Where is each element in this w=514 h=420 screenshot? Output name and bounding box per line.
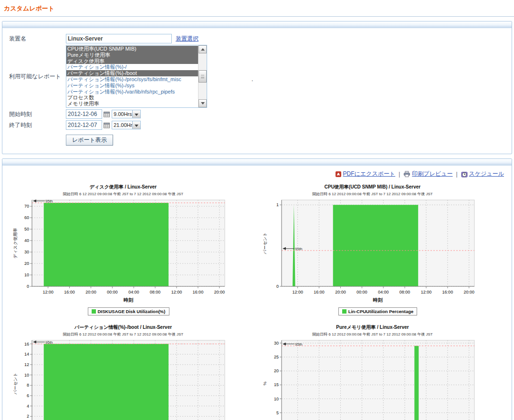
panel-header-strip xyxy=(2,21,512,28)
report-list-item[interactable]: メモリ使用率 xyxy=(66,101,198,107)
toolbar-separator: | xyxy=(456,171,457,178)
svg-text:2: 2 xyxy=(27,414,29,419)
legend-swatch-icon xyxy=(92,309,96,314)
toolbar-separator: | xyxy=(399,171,400,178)
svg-text:1: 1 xyxy=(276,202,278,207)
printer-icon xyxy=(403,171,410,177)
button-row: レポート表示 xyxy=(9,131,512,146)
svg-text:12:00: 12:00 xyxy=(171,290,182,294)
start-calendar-button[interactable] xyxy=(104,111,110,117)
svg-text:12: 12 xyxy=(24,362,29,367)
svg-text:0: 0 xyxy=(276,284,278,289)
report-list-item[interactable]: パーティション情報(%)-/var/lib/nfs/rpc_pipefs xyxy=(66,89,198,95)
svg-text:4: 4 xyxy=(27,404,29,409)
report-listbox[interactable]: CPU使用率(UCD SNMP MIB)Pureメモリ使用率ディスク使用率パーテ… xyxy=(66,45,207,108)
svg-text:30: 30 xyxy=(24,250,29,254)
svg-text:5: 5 xyxy=(276,410,278,415)
schedule-clock-icon xyxy=(461,171,468,178)
report-form-panel: 装置名 装置選択 利用可能なレポート CPU使用率(UCD SNMP MIB)P… xyxy=(2,21,512,154)
svg-text:%: % xyxy=(262,381,267,385)
page-title: カスタムレポート xyxy=(4,5,54,12)
svg-text:04:00: 04:00 xyxy=(128,290,139,294)
schedule-link[interactable]: スケジュール xyxy=(461,170,504,178)
report-list-item[interactable]: プロセス数 xyxy=(66,94,198,101)
legend-swatch-icon xyxy=(342,309,346,314)
svg-text:12:00: 12:00 xyxy=(292,290,303,294)
device-name-input[interactable] xyxy=(66,34,172,43)
start-date-input[interactable] xyxy=(66,109,102,119)
page-header: カスタムレポート xyxy=(0,0,514,17)
svg-text:20:00: 20:00 xyxy=(463,290,474,294)
svg-text:16: 16 xyxy=(24,342,29,346)
chart-subtitle: 開始日時 6 12 2012 09:00:08 午前 JST to 7 12 2… xyxy=(261,191,485,197)
chart-disk-usage: ディスク使用率 / Linux-Server 開始日時 6 12 2012 09… xyxy=(11,180,261,320)
chart-xaxis-label: 時刻 xyxy=(282,297,474,304)
listbox-scrollbar[interactable] xyxy=(198,45,207,107)
chart-plot-area: 95th01020304050607012:0016:0020:0000:000… xyxy=(11,198,235,295)
end-time-row: 終了時刻 21.00Hrs xyxy=(9,120,512,130)
svg-text:14: 14 xyxy=(24,352,29,357)
start-hour-select[interactable]: 9.00Hrs xyxy=(112,110,141,118)
report-list-item[interactable]: CPU使用率(UCD SNMP MIB) xyxy=(66,46,198,52)
start-time-label: 開始時刻 xyxy=(9,110,66,118)
svg-text:10: 10 xyxy=(273,397,278,401)
svg-text:パーセント: パーセント xyxy=(262,232,267,255)
end-date-input[interactable] xyxy=(66,120,102,130)
svg-text:20: 20 xyxy=(273,368,278,373)
show-report-button[interactable]: レポート表示 xyxy=(66,135,113,146)
report-form: 装置名 装置選択 利用可能なレポート CPU使用率(UCD SNMP MIB)P… xyxy=(2,28,512,154)
chart-title: ディスク使用率 / Linux-Server xyxy=(11,184,235,190)
svg-text:00:00: 00:00 xyxy=(107,290,118,294)
end-hour-value: 21.00Hrs xyxy=(112,121,132,129)
up-arrow-icon xyxy=(201,48,205,51)
report-list-item[interactable]: Pureメモリ使用率 xyxy=(66,52,198,58)
chart-subtitle: 開始日時 6 12 2012 09:00:08 午前 JST to 7 12 2… xyxy=(11,191,235,197)
svg-text:16:00: 16:00 xyxy=(64,290,75,294)
svg-text:20:00: 20:00 xyxy=(335,290,346,294)
chart-pure-memory: Pureメモリ使用率 / Linux-Server 開始日時 6 12 2012… xyxy=(261,320,510,420)
calendar-icon xyxy=(104,122,110,128)
report-list-item[interactable]: パーティション情報(%)-/boot xyxy=(66,70,198,76)
calendar-icon xyxy=(104,111,110,117)
svg-text:16:00: 16:00 xyxy=(314,290,325,294)
svg-text:20:00: 20:00 xyxy=(214,290,225,294)
svg-text:50: 50 xyxy=(24,227,29,231)
report-list-item[interactable]: パーティション情報(%)-/proc/sys/fs/binfmt_misc xyxy=(66,76,198,83)
chart-subtitle: 開始日時 6 12 2012 09:00:08 午前 JST to 7 12 2… xyxy=(261,332,485,337)
chart-boot-partition: パーティション情報(%)-/boot / Linux-Server 開始日時 6… xyxy=(11,320,261,420)
svg-text:20: 20 xyxy=(24,261,29,266)
svg-text:95th: 95th xyxy=(45,340,53,345)
svg-text:70: 70 xyxy=(24,204,29,209)
svg-text:15: 15 xyxy=(273,382,278,387)
scroll-down-button[interactable] xyxy=(199,99,207,107)
report-list-items: CPU使用率(UCD SNMP MIB)Pureメモリ使用率ディスク使用率パーテ… xyxy=(66,45,198,107)
svg-text:25: 25 xyxy=(273,355,278,359)
report-list-item[interactable]: パーティション情報(%)-/ xyxy=(66,64,198,70)
start-hour-dropdown-button[interactable] xyxy=(132,110,140,118)
scroll-thumb[interactable] xyxy=(199,70,207,83)
end-calendar-button[interactable] xyxy=(104,122,110,128)
report-toolbar: PDFにエクスポート | 印刷プレビュー | スケジュール xyxy=(2,166,512,179)
device-select-link[interactable]: 装置選択 xyxy=(176,35,199,43)
chart-cpu-usage: CPU使用率(UCD SNMP MIB) / Linux-Server 開始日時… xyxy=(261,180,510,320)
report-list-item[interactable]: ディスク使用率 xyxy=(66,58,198,64)
chart-title: CPU使用率(UCD SNMP MIB) / Linux-Server xyxy=(261,184,485,190)
end-hour-dropdown-button[interactable] xyxy=(132,121,140,129)
svg-text:16:00: 16:00 xyxy=(193,290,204,294)
svg-text:8: 8 xyxy=(27,383,29,388)
svg-text:0: 0 xyxy=(27,284,29,289)
print-preview-link[interactable]: 印刷プレビュー xyxy=(403,170,452,178)
svg-text:12:00: 12:00 xyxy=(420,290,431,294)
svg-text:10: 10 xyxy=(24,273,29,277)
svg-text:60: 60 xyxy=(24,215,29,220)
chart-title: パーティション情報(%)-/boot / Linux-Server xyxy=(11,324,235,331)
pdf-icon xyxy=(335,171,342,178)
reports-label: 利用可能なレポート xyxy=(9,73,66,81)
end-hour-select[interactable]: 21.00Hrs xyxy=(112,121,141,129)
scroll-track[interactable] xyxy=(199,53,207,99)
export-pdf-link[interactable]: PDFにエクスポート xyxy=(335,170,396,178)
svg-text:40: 40 xyxy=(24,238,29,243)
scroll-up-button[interactable] xyxy=(199,45,207,53)
chart-xaxis-label: 時刻 xyxy=(32,297,225,304)
report-list-item[interactable]: パーティション情報(%)-/sys xyxy=(66,83,198,89)
